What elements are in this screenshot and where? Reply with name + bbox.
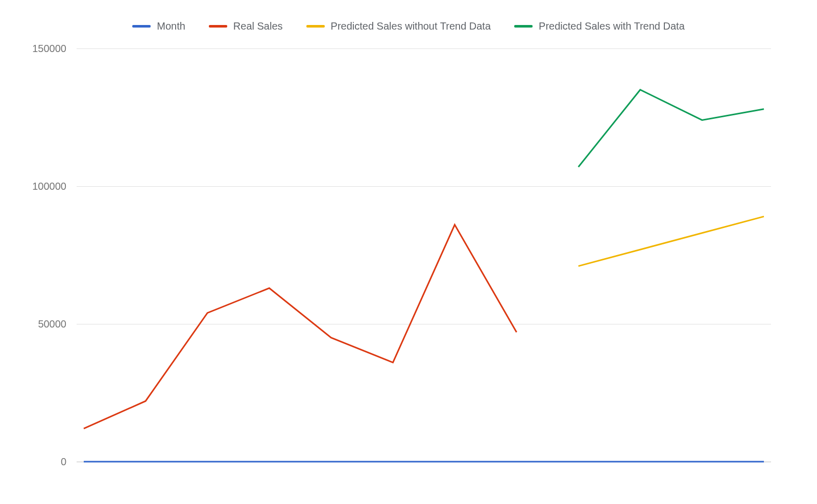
- plot-area: 150000 100000 50000 0: [77, 48, 771, 462]
- y-tick-label: 100000: [20, 181, 66, 192]
- legend-swatch: [514, 25, 533, 28]
- y-tick-label: 50000: [20, 318, 66, 330]
- y-tick-label: 150000: [20, 43, 66, 55]
- legend-label: Month: [157, 20, 185, 32]
- series-line-real-sales: [84, 225, 517, 429]
- legend-label: Real Sales: [233, 20, 283, 32]
- legend-swatch: [209, 25, 227, 28]
- line-chart: Month Real Sales Predicted Sales without…: [0, 0, 817, 504]
- legend-swatch: [132, 25, 151, 28]
- chart-lines: [77, 48, 771, 462]
- legend: Month Real Sales Predicted Sales without…: [0, 20, 817, 32]
- series-line-predicted-with-trend: [579, 90, 764, 167]
- legend-item-real-sales[interactable]: Real Sales: [209, 20, 283, 32]
- legend-item-month[interactable]: Month: [132, 20, 185, 32]
- legend-swatch: [306, 25, 325, 28]
- legend-item-predicted-with-trend[interactable]: Predicted Sales with Trend Data: [514, 20, 685, 32]
- y-tick-label: 0: [20, 456, 66, 468]
- legend-item-predicted-no-trend[interactable]: Predicted Sales without Trend Data: [306, 20, 491, 32]
- legend-label: Predicted Sales without Trend Data: [331, 20, 491, 32]
- series-line-predicted-no-trend: [579, 216, 764, 266]
- legend-label: Predicted Sales with Trend Data: [539, 20, 685, 32]
